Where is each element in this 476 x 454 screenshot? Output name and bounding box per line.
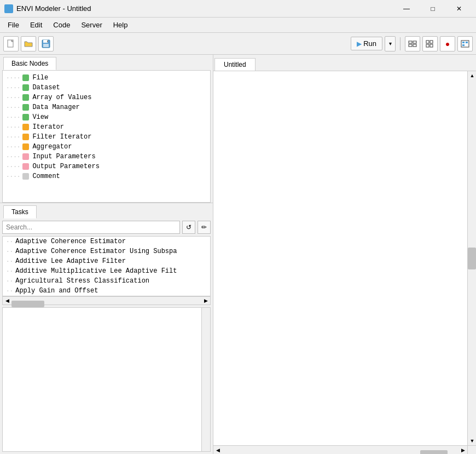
close-button[interactable]: ✕ (446, 0, 472, 18)
task-item[interactable]: ·· Adaptive Coherence Estimator (3, 237, 210, 246)
svg-rect-10 (430, 41, 433, 43)
menu-edit[interactable]: Edit (25, 19, 48, 31)
basic-nodes-section: Basic Nodes ···· File ···· Dataset ···· … (0, 55, 213, 203)
task-item[interactable]: ·· Additive Lee Adaptive Filter (3, 256, 210, 266)
grid-icon (426, 40, 434, 48)
node-item[interactable]: ···· Output Parameters (3, 162, 210, 171)
maximize-button[interactable]: □ (420, 0, 445, 18)
save-file-button[interactable] (38, 36, 54, 51)
node-dot (22, 94, 29, 101)
node-prefix: ···· (6, 84, 20, 91)
node-item[interactable]: ···· Array of Values (3, 93, 210, 102)
menu-code[interactable]: Code (48, 19, 76, 31)
node-label: Array of Values (32, 94, 91, 101)
menu-file[interactable]: File (2, 19, 25, 31)
node-dot (22, 153, 29, 160)
canvas-v-scrollbar[interactable]: ▲ ▼ (467, 71, 476, 445)
canvas-h-scrollbar[interactable]: ◀ ▶ (213, 445, 467, 454)
tasks-tab[interactable]: Tasks (3, 205, 37, 219)
h-scroll-left-arrow[interactable]: ◀ (3, 296, 11, 305)
run-group: ▶ Run ▾ ● (351, 36, 473, 51)
task-label: Additive Multiplicative Lee Adaptive Fil… (15, 267, 177, 275)
node-prefix: ···· (6, 74, 20, 81)
node-item[interactable]: ···· Input Parameters (3, 152, 210, 162)
open-file-icon (24, 39, 33, 48)
toolbar-separator-1 (400, 37, 400, 50)
app-icon (4, 4, 13, 13)
refresh-search-button[interactable]: ↺ (182, 221, 195, 234)
tasks-list[interactable]: ·· Adaptive Coherence Estimator ·· Adapt… (3, 237, 210, 296)
v-scroll-down-arrow[interactable]: ▼ (468, 436, 476, 445)
menu-help[interactable]: Help (108, 19, 133, 31)
node-dot (22, 104, 29, 111)
svg-rect-4 (47, 41, 48, 42)
v-scroll-up-arrow[interactable]: ▲ (468, 71, 476, 80)
task-item[interactable]: ·· Additive Multiplicative Lee Adaptive … (3, 266, 210, 276)
node-item[interactable]: ···· Iterator (3, 122, 210, 132)
node-item[interactable]: ···· Comment (3, 171, 210, 181)
task-label: Additive Lee Adaptive Filter (15, 257, 126, 265)
canvas-tab-untitled[interactable]: Untitled (214, 58, 256, 71)
node-prefix: ···· (6, 153, 20, 160)
node-dot (22, 84, 29, 91)
preview-v-scrollbar[interactable] (201, 308, 210, 451)
node-item[interactable]: ···· Data Manager (3, 102, 210, 112)
node-item[interactable]: ···· File (3, 73, 210, 83)
canvas-h-scroll-left-arrow[interactable]: ◀ (213, 446, 222, 455)
svg-rect-12 (430, 44, 433, 47)
clear-search-button[interactable]: ✏ (198, 221, 211, 234)
task-item[interactable]: ·· Adaptive Coherence Estimator Using Su… (3, 246, 210, 256)
task-item[interactable]: ·· Agricultural Stress Classification (3, 276, 210, 286)
node-item[interactable]: ···· Aggregator (3, 142, 210, 152)
tasks-section: Tasks ↺ ✏ ·· Adaptive Coherence Estimato… (0, 203, 213, 305)
toolbar-btn1[interactable] (405, 36, 420, 51)
window-title: ENVI Modeler - Untitled (16, 4, 394, 13)
node-dot (22, 114, 29, 120)
node-dot (22, 173, 29, 180)
h-scroll-right-arrow[interactable]: ▶ (201, 296, 210, 305)
tasks-h-scrollbar[interactable]: ◀ ▶ (2, 296, 211, 305)
canvas-h-scroll-right-arrow[interactable]: ▶ (458, 446, 467, 455)
node-item[interactable]: ···· Dataset (3, 83, 210, 93)
node-dot (22, 134, 29, 140)
toolbar-btn4[interactable] (457, 36, 473, 51)
canvas-h-scroll-thumb (420, 450, 448, 455)
new-file-button[interactable] (3, 36, 19, 51)
toolbar-btn3[interactable]: ● (440, 36, 455, 51)
run-dropdown-button[interactable]: ▾ (385, 36, 396, 51)
node-label: Comment (32, 173, 60, 180)
node-label: Data Manager (32, 104, 79, 111)
h-scroll-thumb (11, 301, 44, 307)
node-label: View (32, 113, 48, 121)
nodes-list[interactable]: ···· File ···· Dataset ···· Array of Val… (3, 71, 210, 202)
v-scroll-thumb (468, 248, 476, 269)
svg-rect-13 (461, 41, 469, 47)
node-item[interactable]: ···· Filter Iterator (3, 132, 210, 142)
menu-server[interactable]: Server (76, 19, 107, 31)
toolbar-btn2[interactable] (422, 36, 438, 51)
svg-rect-3 (43, 44, 49, 47)
node-item[interactable]: ···· View (3, 112, 210, 122)
node-prefix: ···· (6, 173, 20, 180)
node-prefix: ···· (6, 94, 20, 101)
dropdown-arrow-icon: ▾ (389, 41, 392, 47)
svg-rect-7 (409, 44, 412, 47)
task-label: Apply Gain and Offset (15, 287, 98, 295)
canvas-area[interactable]: ▲ ▼ ◀ ▶ (213, 71, 476, 454)
node-label: Output Parameters (32, 163, 99, 170)
node-label: Dataset (32, 84, 60, 91)
minimize-button[interactable]: — (394, 0, 419, 18)
basic-nodes-tab[interactable]: Basic Nodes (3, 57, 56, 70)
nodes-list-container: ···· File ···· Dataset ···· Array of Val… (2, 70, 211, 203)
refresh-icon: ↺ (186, 223, 191, 231)
canvas-tabs: Untitled (213, 55, 476, 71)
svg-rect-8 (413, 44, 416, 47)
run-button[interactable]: ▶ Run (351, 37, 382, 50)
node-prefix: ···· (6, 114, 20, 120)
task-item[interactable]: ·· Apply Gain and Offset (3, 286, 210, 296)
search-input[interactable] (2, 221, 180, 234)
tasks-list-container: ·· Adaptive Coherence Estimator ·· Adapt… (2, 236, 211, 296)
task-prefix: ·· (6, 278, 13, 284)
play-icon: ▶ (357, 40, 362, 48)
open-file-button[interactable] (21, 36, 36, 51)
